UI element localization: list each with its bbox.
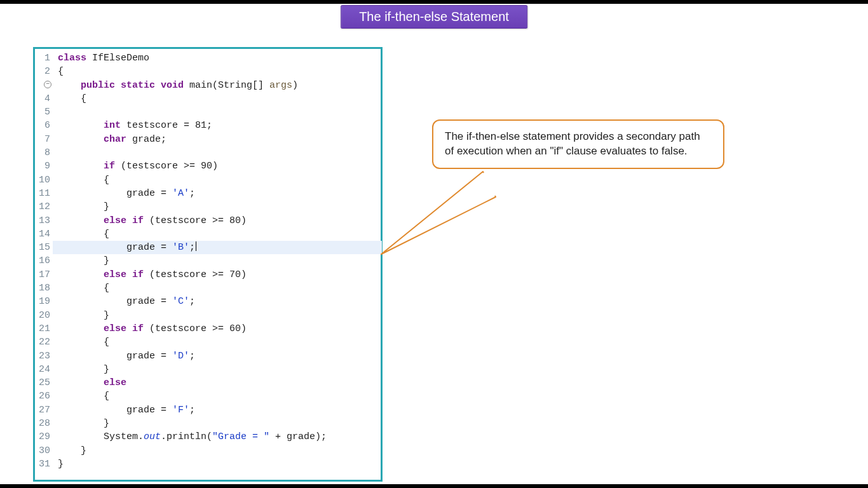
- line-number: 21: [35, 322, 50, 336]
- code-line: grade = 'C';: [58, 295, 381, 308]
- line-number: 6: [35, 119, 50, 132]
- callout-box-wrap: The if-then-else statement provides a se…: [432, 119, 724, 169]
- code-line: else if (testscore >= 80): [58, 214, 381, 227]
- code-line: }: [58, 309, 381, 322]
- line-number: 5: [35, 105, 50, 119]
- line-number: 18: [35, 281, 50, 295]
- code-line: grade = 'D';: [58, 349, 381, 363]
- code-line: }: [58, 363, 381, 376]
- line-number: 22: [35, 336, 50, 349]
- code-line: }: [58, 254, 381, 268]
- line-number: 17: [35, 268, 50, 281]
- callout-box: The if-then-else statement provides a se…: [432, 119, 724, 169]
- code-line: }: [58, 417, 381, 430]
- top-border: [0, 0, 868, 4]
- code-line: [58, 105, 381, 119]
- line-number: 2: [35, 65, 50, 78]
- line-number: 19: [35, 295, 50, 308]
- code-area: class IfElseDemo{ public static void mai…: [53, 49, 381, 480]
- code-line: grade = 'F';: [58, 403, 381, 417]
- code-editor-panel: 1234567891011121314151617181920212223242…: [33, 47, 383, 482]
- code-line: else: [58, 376, 381, 390]
- code-line: grade = 'A';: [58, 187, 381, 200]
- code-line: else if (testscore >= 60): [58, 322, 381, 336]
- code-line: [58, 146, 381, 159]
- text-cursor: [196, 241, 196, 251]
- line-number: 11: [35, 187, 50, 200]
- code-line: {: [58, 281, 381, 295]
- line-number: 13: [35, 214, 50, 227]
- line-number: 1: [35, 51, 50, 65]
- line-number: 8: [35, 146, 50, 159]
- code-line: {: [58, 336, 381, 349]
- svg-marker-0: [381, 172, 496, 254]
- line-number: 28: [35, 417, 50, 430]
- line-number: 23: [35, 349, 50, 363]
- line-number: 30: [35, 444, 50, 458]
- line-number: 15: [35, 241, 50, 254]
- line-number: 10: [35, 173, 50, 187]
- line-number: 29: [35, 430, 50, 444]
- code-line: System.out.println("Grade = " + grade);: [58, 430, 381, 444]
- code-line: grade = 'B';: [53, 241, 382, 254]
- line-number: 12: [35, 200, 50, 214]
- code-line: {: [58, 65, 381, 78]
- line-number: 4: [35, 92, 50, 105]
- line-number: 27: [35, 403, 50, 417]
- line-number: 26: [35, 390, 50, 403]
- line-number: 24: [35, 363, 50, 376]
- code-line: {: [58, 390, 381, 403]
- code-line: char grade;: [58, 133, 381, 146]
- svg-line-1: [484, 173, 495, 196]
- code-line: public static void main(String[] args)−: [58, 79, 381, 92]
- callout-text: The if-then-else statement provides a se…: [445, 130, 700, 157]
- code-line: if (testscore >= 90): [58, 159, 381, 173]
- code-line: {: [58, 173, 381, 187]
- code-line: else if (testscore >= 70): [58, 268, 381, 281]
- slide-title: The if-then-else Statement: [341, 5, 527, 29]
- line-number: 16: [35, 254, 50, 268]
- code-line: }: [58, 444, 381, 458]
- line-number-gutter: 1234567891011121314151617181920212223242…: [35, 49, 53, 480]
- line-number: 9: [35, 159, 50, 173]
- code-line: class IfElseDemo: [58, 51, 381, 65]
- code-line: }: [58, 200, 381, 214]
- line-number: 31: [35, 458, 50, 471]
- code-line: }: [58, 458, 381, 471]
- line-number: 14: [35, 227, 50, 241]
- bottom-border: [0, 484, 868, 488]
- code-line: {: [58, 227, 381, 241]
- code-line: {: [58, 92, 381, 105]
- line-number: 7: [35, 133, 50, 146]
- line-number: 20: [35, 309, 50, 322]
- code-line: int testscore = 81;: [58, 119, 381, 132]
- line-number: 25: [35, 376, 50, 390]
- fold-toggle-icon[interactable]: −: [44, 81, 51, 88]
